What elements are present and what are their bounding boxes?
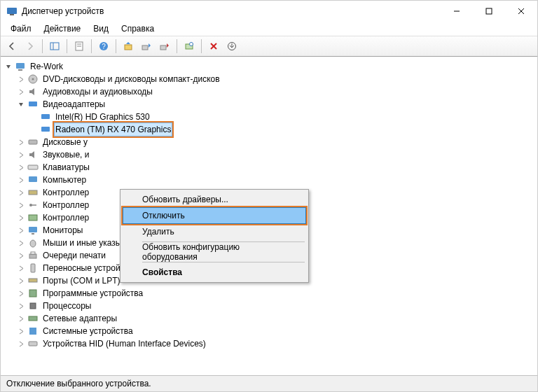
chevron-down-icon[interactable] — [16, 99, 26, 109]
svg-rect-15 — [160, 46, 166, 50]
separator — [142, 262, 305, 262]
properties-button[interactable] — [71, 38, 88, 55]
context-uninstall[interactable]: Удалить — [123, 224, 306, 239]
chevron-right-icon[interactable] — [16, 314, 26, 323]
tree-node-processors[interactable]: Процессоры — [4, 300, 537, 312]
tree-node-disk[interactable]: Дисковые у — [4, 136, 537, 148]
chevron-right-icon[interactable] — [16, 263, 26, 273]
svg-rect-46 — [29, 342, 37, 346]
svg-point-17 — [190, 43, 193, 46]
context-update-drivers[interactable]: Обновить драйверы... — [123, 192, 306, 207]
printer-icon — [27, 250, 39, 261]
titlebar: Диспетчер устройств — [1, 1, 537, 22]
tree-node-sound[interactable]: Звуковые, и — [4, 148, 537, 161]
svg-rect-21 — [16, 63, 25, 69]
port-icon — [27, 275, 39, 286]
menu-action[interactable]: Действие — [39, 22, 87, 35]
sound-icon — [27, 149, 39, 160]
chevron-right-icon[interactable] — [16, 162, 26, 172]
audio-icon — [27, 86, 39, 97]
chevron-right-icon[interactable] — [16, 288, 26, 298]
menu-file[interactable]: Файл — [5, 22, 37, 35]
chevron-right-icon[interactable] — [16, 225, 26, 235]
keyboard-icon — [27, 162, 39, 173]
display-adapter-icon — [27, 99, 39, 110]
chevron-right-icon[interactable] — [16, 326, 26, 336]
forward-button[interactable] — [22, 38, 39, 55]
tree-node-video[interactable]: Видеоадаптеры — [4, 98, 537, 111]
svg-rect-3 — [486, 8, 492, 14]
svg-rect-27 — [41, 127, 50, 132]
tree-node-dvd[interactable]: DVD-дисководы и дисководы компакт-дисков — [4, 73, 537, 85]
svg-rect-45 — [29, 328, 36, 335]
app-icon — [6, 6, 18, 17]
chevron-down-icon[interactable] — [4, 62, 13, 71]
tree-node-hid[interactable]: Устройства HID (Human Interface Devices) — [4, 337, 537, 350]
uninstall-button[interactable] — [205, 38, 222, 55]
chevron-right-icon[interactable] — [16, 238, 26, 248]
chevron-right-icon[interactable] — [16, 137, 26, 147]
portable-device-icon — [27, 262, 39, 274]
svg-rect-35 — [29, 227, 37, 232]
device-tree-pane[interactable]: Re-Work DVD-дисководы и дисководы компак… — [1, 57, 537, 375]
chevron-right-icon[interactable] — [16, 276, 26, 286]
minimize-button[interactable] — [441, 1, 473, 22]
menu-help[interactable]: Справка — [116, 22, 160, 35]
chevron-right-icon[interactable] — [16, 200, 26, 210]
context-properties[interactable]: Свойства — [123, 265, 306, 280]
svg-rect-38 — [29, 254, 36, 258]
separator — [177, 39, 177, 53]
svg-rect-39 — [31, 252, 35, 254]
system-device-icon — [27, 326, 39, 337]
svg-rect-36 — [32, 233, 34, 234]
chevron-right-icon[interactable] — [16, 339, 26, 349]
back-button[interactable] — [4, 38, 20, 55]
context-disable[interactable]: Отключить — [123, 207, 306, 224]
separator — [42, 39, 43, 53]
tree-node-intel-hd[interactable]: Intel(R) HD Graphics 530 — [4, 111, 537, 123]
maximize-button[interactable] — [473, 1, 505, 22]
svg-rect-14 — [142, 46, 148, 50]
tree-node-radeon[interactable]: Radeon (TM) RX 470 Graphics — [4, 123, 537, 136]
chevron-right-icon[interactable] — [16, 74, 26, 84]
chevron-right-icon[interactable] — [16, 175, 26, 185]
tree-node-network[interactable]: Сетевые адаптеры — [4, 312, 537, 325]
toolbar: ? — [1, 36, 537, 57]
update-driver-button[interactable] — [120, 38, 137, 55]
install-legacy-button[interactable] — [223, 38, 240, 55]
chevron-right-icon[interactable] — [16, 213, 26, 223]
show-hide-tree-button[interactable] — [46, 38, 63, 55]
svg-rect-40 — [31, 264, 35, 272]
enable-button[interactable] — [138, 38, 155, 55]
selected-device-label: Radeon (TM) RX 470 Graphics — [54, 122, 172, 136]
disable-button[interactable] — [156, 38, 173, 55]
svg-rect-1 — [10, 14, 14, 15]
tree-node-keyboard[interactable]: Клавиатуры — [4, 161, 537, 174]
tree-root[interactable]: Re-Work — [4, 60, 537, 73]
svg-rect-28 — [29, 140, 37, 144]
chevron-right-icon[interactable] — [16, 150, 26, 160]
storage-controller-icon — [27, 212, 39, 223]
scan-hardware-button[interactable] — [181, 38, 198, 55]
tree-node-software-devices[interactable]: Программные устройства — [4, 287, 537, 300]
svg-rect-42 — [29, 290, 36, 297]
tree-node-system[interactable]: Системные устройства — [4, 325, 537, 337]
close-button[interactable] — [505, 1, 537, 22]
tree-node-computer[interactable]: Компьютер — [4, 174, 537, 186]
disc-drive-icon — [27, 74, 39, 85]
svg-text:?: ? — [102, 43, 106, 50]
hid-icon — [27, 338, 39, 349]
chevron-right-icon[interactable] — [16, 301, 26, 311]
context-menu: Обновить драйверы... Отключить Удалить О… — [120, 189, 309, 283]
controller-icon — [27, 187, 39, 198]
separator — [201, 39, 202, 53]
chevron-right-icon[interactable] — [16, 251, 26, 260]
chevron-right-icon[interactable] — [16, 87, 26, 97]
help-button[interactable]: ? — [95, 38, 112, 55]
context-scan-hardware[interactable]: Обновить конфигурацию оборудования — [123, 244, 306, 260]
display-adapter-icon — [40, 124, 51, 135]
chevron-right-icon[interactable] — [16, 188, 26, 197]
tree-node-audio[interactable]: Аудиовходы и аудиовыходы — [4, 85, 537, 98]
menu-view[interactable]: Вид — [88, 22, 114, 35]
svg-point-37 — [30, 240, 36, 247]
